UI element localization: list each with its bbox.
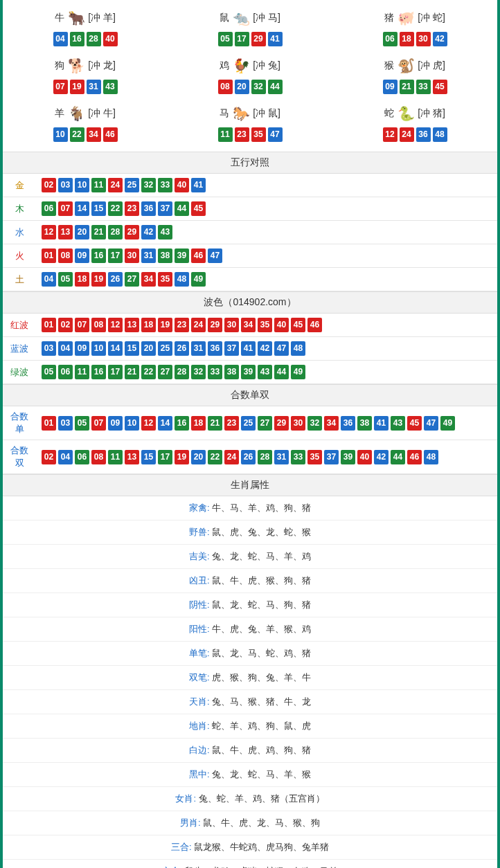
number-ball: 32 xyxy=(141,178,156,192)
zodiac-name: 猴 xyxy=(384,60,394,72)
number-ball: 46 xyxy=(103,127,118,142)
attribute-row: 野兽: 鼠、虎、兔、龙、蛇、猴 xyxy=(3,521,497,545)
number-ball: 14 xyxy=(108,341,123,356)
bose-table: 红波0102070812131819232429303435404546蓝波03… xyxy=(3,314,497,384)
number-ball: 21 xyxy=(208,416,222,431)
attribute-row: 六合: 鼠牛、龙鸡、虎猪、蛇猴、兔狗、马羊 xyxy=(3,860,497,868)
row-label: 火 xyxy=(3,244,36,268)
number-ball: 49 xyxy=(191,272,206,287)
zodiac-animal-icon: 🐎 xyxy=(231,105,251,123)
number-ball: 06 xyxy=(58,365,73,379)
number-ball: 39 xyxy=(241,365,256,379)
attribute-value: 鼠、虎、兔、龙、蛇、猴 xyxy=(212,527,311,537)
table-row: 红波0102070812131819232429303435404546 xyxy=(3,314,497,337)
number-ball: 31 xyxy=(191,341,206,356)
attribute-key: 阴性: xyxy=(189,599,212,610)
row-balls: 04051819262734354849 xyxy=(36,268,497,291)
number-ball: 20 xyxy=(235,80,249,94)
number-ball: 04 xyxy=(58,450,73,464)
zodiac-name: 狗 xyxy=(55,60,64,72)
number-ball: 05 xyxy=(218,32,233,46)
number-ball: 46 xyxy=(307,318,322,332)
number-ball: 34 xyxy=(141,272,156,287)
bose-header: 波色（014902.com） xyxy=(3,291,497,314)
zodiac-conflict: [冲 羊] xyxy=(88,12,116,24)
attribute-row: 阳性: 牛、虎、兔、羊、猴、鸡 xyxy=(3,617,497,642)
attribute-value: 鼠龙猴、牛蛇鸡、虎马狗、兔羊猪 xyxy=(194,842,329,852)
attribute-key: 女肖: xyxy=(175,793,198,804)
number-ball: 10 xyxy=(75,178,89,192)
zodiac-cell: 牛🐂[冲 羊]04162840 xyxy=(3,4,168,52)
attribute-row: 凶丑: 鼠、牛、虎、猴、狗、猪 xyxy=(3,569,497,593)
number-ball: 34 xyxy=(324,416,339,431)
wuxing-header: 五行对照 xyxy=(3,152,497,174)
number-ball: 31 xyxy=(274,450,289,464)
attribute-key: 黑中: xyxy=(189,769,212,779)
number-ball: 45 xyxy=(433,80,447,94)
number-ball: 20 xyxy=(141,341,156,356)
attribute-value: 牛、马、羊、鸡、狗、猪 xyxy=(212,503,311,513)
number-ball: 28 xyxy=(108,225,123,239)
number-ball: 33 xyxy=(208,365,222,379)
number-ball: 05 xyxy=(75,416,89,431)
zodiac-cell: 马🐎[冲 鼠]11233547 xyxy=(168,100,332,147)
number-ball: 33 xyxy=(291,450,305,464)
number-ball: 43 xyxy=(103,80,118,94)
row-label: 合数双 xyxy=(3,440,36,474)
number-ball: 27 xyxy=(158,365,172,379)
heshu-table: 合数单0103050709101214161821232527293032343… xyxy=(3,406,497,474)
row-balls: 0103050709101214161821232527293032343638… xyxy=(36,406,497,440)
attribute-row: 单笔: 鼠、龙、马、蛇、鸡、猪 xyxy=(3,642,497,666)
number-ball: 17 xyxy=(235,32,249,46)
number-ball: 40 xyxy=(274,318,289,332)
number-ball: 22 xyxy=(108,201,123,216)
number-ball: 26 xyxy=(108,272,123,287)
attribute-row: 女肖: 兔、蛇、羊、鸡、猪（五宫肖） xyxy=(3,787,497,811)
zodiac-grid: 牛🐂[冲 羊]04162840鼠🐀[冲 马]05172941猪🐖[冲 蛇]061… xyxy=(3,0,497,152)
number-ball: 01 xyxy=(42,248,56,263)
zodiac-animal-icon: 🐐 xyxy=(66,105,87,123)
zodiac-ball-row: 12243648 xyxy=(332,127,497,142)
attribute-key: 男肖: xyxy=(180,817,203,828)
zodiac-animal-icon: 🐀 xyxy=(231,9,251,27)
number-ball: 27 xyxy=(125,272,139,287)
number-ball: 19 xyxy=(158,318,172,332)
attribute-key: 野兽: xyxy=(189,527,212,537)
number-ball: 31 xyxy=(87,80,101,94)
number-ball: 05 xyxy=(42,365,56,379)
zodiac-head: 猪🐖[冲 蛇] xyxy=(332,7,497,29)
number-ball: 16 xyxy=(175,416,189,431)
zodiac-conflict: [冲 兔] xyxy=(253,60,280,72)
attribute-row: 黑中: 兔、龙、蛇、马、羊、猴 xyxy=(3,763,497,787)
number-ball: 28 xyxy=(87,32,101,46)
number-ball: 23 xyxy=(224,416,239,431)
number-ball: 34 xyxy=(87,127,101,142)
number-ball: 36 xyxy=(341,416,355,431)
number-ball: 18 xyxy=(191,416,206,431)
number-ball: 23 xyxy=(175,318,189,332)
number-ball: 43 xyxy=(258,365,272,379)
number-ball: 32 xyxy=(251,80,266,94)
shuxing-header: 生肖属性 xyxy=(3,474,497,496)
attribute-row: 阴性: 鼠、龙、蛇、马、狗、猪 xyxy=(3,593,497,617)
number-ball: 19 xyxy=(175,450,189,464)
attribute-value: 兔、马、猴、猪、牛、龙 xyxy=(212,696,311,707)
table-row: 火0108091617303138394647 xyxy=(3,244,497,268)
zodiac-conflict: [冲 虎] xyxy=(418,60,445,72)
zodiac-animal-icon: 🐖 xyxy=(395,9,416,27)
zodiac-name: 鸡 xyxy=(220,60,229,72)
number-ball: 23 xyxy=(125,201,139,216)
number-ball: 17 xyxy=(108,365,123,379)
number-ball: 02 xyxy=(42,178,56,192)
number-ball: 26 xyxy=(175,341,189,356)
number-ball: 35 xyxy=(158,272,172,287)
number-ball: 37 xyxy=(224,341,239,356)
number-ball: 08 xyxy=(91,318,106,332)
number-ball: 21 xyxy=(400,80,414,94)
number-ball: 30 xyxy=(224,318,239,332)
number-ball: 10 xyxy=(91,341,106,356)
number-ball: 32 xyxy=(191,365,206,379)
number-ball: 18 xyxy=(141,318,156,332)
row-label: 红波 xyxy=(3,314,36,337)
number-ball: 09 xyxy=(75,341,89,356)
